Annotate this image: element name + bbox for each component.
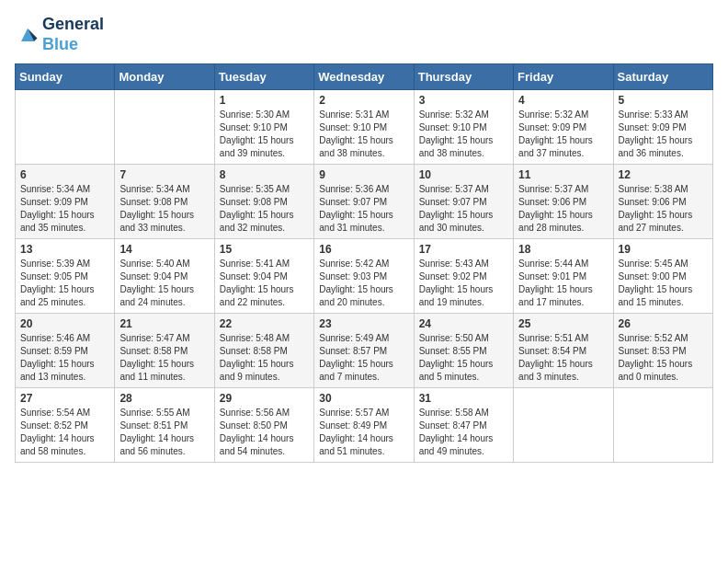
cell-line: Daylight: 15 hours <box>220 358 309 371</box>
cell-line: and 54 minutes. <box>220 445 309 458</box>
cell-content: Sunrise: 5:48 AMSunset: 8:58 PMDaylight:… <box>220 332 309 384</box>
cell-content: Sunrise: 5:34 AMSunset: 9:08 PMDaylight:… <box>119 183 209 235</box>
cell-line: and 27 minutes. <box>619 222 708 235</box>
cell-line: Daylight: 15 hours <box>20 209 109 222</box>
calendar-cell: 22Sunrise: 5:48 AMSunset: 8:58 PMDayligh… <box>214 314 313 388</box>
calendar-cell: 25Sunrise: 5:51 AMSunset: 8:54 PMDayligh… <box>514 314 613 388</box>
calendar-cell: 19Sunrise: 5:45 AMSunset: 9:00 PMDayligh… <box>613 239 712 314</box>
calendar-cell: 2Sunrise: 5:31 AMSunset: 9:10 PMDaylight… <box>314 90 414 165</box>
cell-line: Sunset: 8:58 PM <box>220 345 309 358</box>
cell-line: Sunset: 9:05 PM <box>20 270 109 283</box>
cell-line: Daylight: 15 hours <box>419 283 508 296</box>
cell-content: Sunrise: 5:39 AMSunset: 9:05 PMDaylight:… <box>20 258 109 309</box>
cell-line: Sunrise: 5:42 AM <box>319 258 408 270</box>
cell-line: and 9 minutes. <box>220 371 309 384</box>
day-number: 5 <box>619 94 708 107</box>
cell-content: Sunrise: 5:43 AMSunset: 9:02 PMDaylight:… <box>419 258 508 309</box>
calendar-cell: 23Sunrise: 5:49 AMSunset: 8:57 PMDayligh… <box>314 314 414 388</box>
cell-line: and 35 minutes. <box>20 222 109 235</box>
cell-line: Daylight: 15 hours <box>518 134 608 147</box>
cell-line: and 33 minutes. <box>119 222 209 235</box>
calendar-cell: 5Sunrise: 5:33 AMSunset: 9:09 PMDaylight… <box>613 90 712 165</box>
cell-line: Sunrise: 5:30 AM <box>220 109 309 121</box>
cell-line: Sunrise: 5:38 AM <box>619 183 708 196</box>
cell-content: Sunrise: 5:50 AMSunset: 8:55 PMDaylight:… <box>419 332 508 384</box>
cell-content: Sunrise: 5:42 AMSunset: 9:03 PMDaylight:… <box>319 258 408 309</box>
cell-line: and 25 minutes. <box>20 296 109 309</box>
logo-text: General Blue <box>42 15 104 54</box>
cell-line: Sunrise: 5:37 AM <box>518 183 608 196</box>
cell-line: Daylight: 14 hours <box>220 432 309 445</box>
logo-icon <box>15 22 40 48</box>
cell-line: Sunset: 9:10 PM <box>319 121 408 134</box>
cell-line: Daylight: 15 hours <box>419 209 508 222</box>
day-number: 17 <box>419 243 508 256</box>
cell-line: Daylight: 15 hours <box>619 358 708 371</box>
cell-line: Daylight: 14 hours <box>419 432 508 445</box>
cell-content: Sunrise: 5:37 AMSunset: 9:06 PMDaylight:… <box>518 183 608 235</box>
cell-line: Sunrise: 5:35 AM <box>220 183 309 196</box>
cell-line: and 32 minutes. <box>220 222 309 235</box>
cell-line: Sunset: 9:09 PM <box>518 121 608 134</box>
day-number: 28 <box>119 392 209 405</box>
cell-content: Sunrise: 5:31 AMSunset: 9:10 PMDaylight:… <box>319 109 408 160</box>
cell-line: Daylight: 15 hours <box>619 134 708 147</box>
cell-line: Daylight: 15 hours <box>518 358 608 371</box>
day-number: 29 <box>220 392 309 405</box>
cell-line: and 24 minutes. <box>119 296 209 309</box>
cell-content: Sunrise: 5:40 AMSunset: 9:04 PMDaylight:… <box>119 258 209 309</box>
cell-content: Sunrise: 5:37 AMSunset: 9:07 PMDaylight:… <box>419 183 508 235</box>
cell-line: Sunrise: 5:43 AM <box>419 258 508 270</box>
day-number: 19 <box>619 243 708 256</box>
calendar-cell: 31Sunrise: 5:58 AMSunset: 8:47 PMDayligh… <box>414 388 513 463</box>
cell-line: Sunset: 9:09 PM <box>619 121 708 134</box>
cell-line: Sunset: 8:59 PM <box>20 345 109 358</box>
cell-line: Sunrise: 5:39 AM <box>20 258 109 270</box>
cell-line: Sunset: 8:53 PM <box>619 345 708 358</box>
day-number: 26 <box>619 317 708 330</box>
calendar-cell: 18Sunrise: 5:44 AMSunset: 9:01 PMDayligh… <box>514 239 613 314</box>
day-number: 22 <box>220 317 309 330</box>
cell-line: and 11 minutes. <box>119 371 209 384</box>
cell-content: Sunrise: 5:45 AMSunset: 9:00 PMDaylight:… <box>619 258 708 309</box>
day-number: 4 <box>518 94 608 107</box>
day-number: 31 <box>419 392 508 405</box>
cell-line: Daylight: 15 hours <box>20 358 109 371</box>
cell-line: and 36 minutes. <box>619 147 708 160</box>
cell-line: Daylight: 15 hours <box>319 209 408 222</box>
cell-content: Sunrise: 5:33 AMSunset: 9:09 PMDaylight:… <box>619 109 708 160</box>
cell-line: Sunrise: 5:57 AM <box>319 407 408 419</box>
calendar-cell: 1Sunrise: 5:30 AMSunset: 9:10 PMDaylight… <box>214 90 313 165</box>
calendar-cell: 21Sunrise: 5:47 AMSunset: 8:58 PMDayligh… <box>115 314 214 388</box>
cell-line: Sunset: 9:01 PM <box>518 270 608 283</box>
cell-content: Sunrise: 5:34 AMSunset: 9:09 PMDaylight:… <box>20 183 109 235</box>
day-number: 7 <box>119 168 209 181</box>
calendar-cell: 9Sunrise: 5:36 AMSunset: 9:07 PMDaylight… <box>314 165 414 239</box>
cell-line: Sunrise: 5:48 AM <box>220 332 309 345</box>
cell-line: Sunrise: 5:47 AM <box>119 332 209 345</box>
cell-line: and 51 minutes. <box>319 445 408 458</box>
cell-content: Sunrise: 5:57 AMSunset: 8:49 PMDaylight:… <box>319 407 408 458</box>
cell-line: Sunset: 8:55 PM <box>419 345 508 358</box>
calendar-cell: 20Sunrise: 5:46 AMSunset: 8:59 PMDayligh… <box>16 314 115 388</box>
day-number: 14 <box>119 243 209 256</box>
cell-line: Sunset: 8:54 PM <box>518 345 608 358</box>
day-number: 25 <box>518 317 608 330</box>
cell-line: Sunset: 8:58 PM <box>119 345 209 358</box>
cell-line: Sunset: 8:52 PM <box>20 419 109 432</box>
cell-line: and 28 minutes. <box>518 222 608 235</box>
day-number: 3 <box>419 94 508 107</box>
cell-line: Sunset: 9:04 PM <box>220 270 309 283</box>
calendar-cell: 6Sunrise: 5:34 AMSunset: 9:09 PMDaylight… <box>16 165 115 239</box>
calendar-cell: 15Sunrise: 5:41 AMSunset: 9:04 PMDayligh… <box>214 239 313 314</box>
calendar-cell: 28Sunrise: 5:55 AMSunset: 8:51 PMDayligh… <box>115 388 214 463</box>
day-number: 15 <box>220 243 309 256</box>
cell-line: and 19 minutes. <box>419 296 508 309</box>
cell-line: Daylight: 15 hours <box>619 283 708 296</box>
cell-line: Daylight: 15 hours <box>119 209 209 222</box>
cell-line: Sunset: 9:09 PM <box>20 196 109 209</box>
cell-line: Sunrise: 5:58 AM <box>419 407 508 419</box>
cell-line: Daylight: 15 hours <box>419 358 508 371</box>
cell-content: Sunrise: 5:38 AMSunset: 9:06 PMDaylight:… <box>619 183 708 235</box>
weekday-header-row: SundayMondayTuesdayWednesdayThursdayFrid… <box>16 64 713 90</box>
